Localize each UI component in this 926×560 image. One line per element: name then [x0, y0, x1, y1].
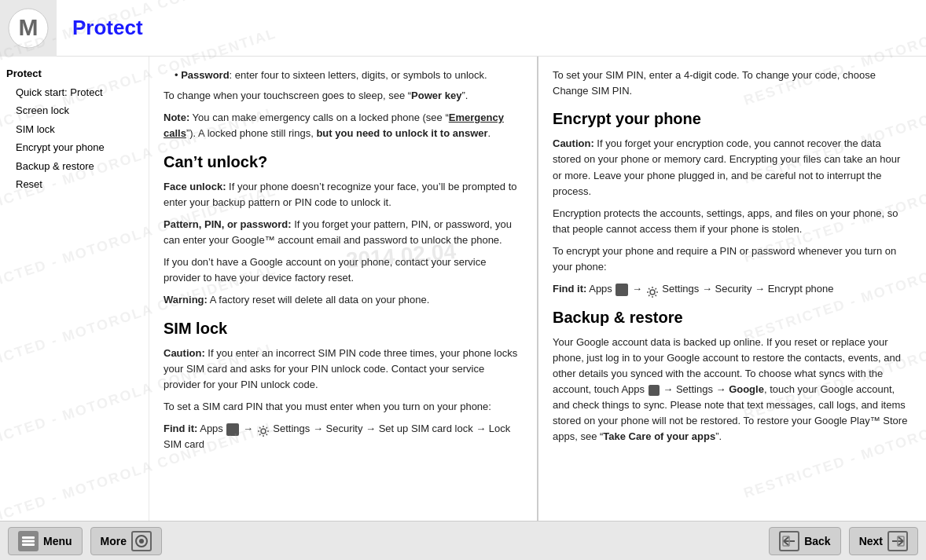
next-label: Next [859, 535, 883, 547]
note-paragraph: Note: You can make emergency calls on a … [164, 110, 523, 141]
page-title: Protect [57, 16, 143, 40]
encrypt-heading: Encrypt your phone [553, 107, 912, 131]
more-button[interactable]: More [90, 527, 162, 555]
back-label: Back [804, 535, 830, 547]
encrypt-find-label: Find it: [553, 283, 586, 295]
pattern-label: Pattern, PIN, or password: [164, 218, 292, 230]
next-button[interactable]: Next [849, 527, 918, 555]
main-layout: Protect Quick start: Protect Screen lock… [0, 57, 926, 521]
gear-icon-2 [646, 284, 659, 296]
sim-set-para: To set a SIM card PIN that you must ente… [164, 399, 523, 415]
no-google-para: If you don’t have a Google account on yo… [164, 254, 523, 286]
cant-unlock-heading: Can’t unlock? [164, 150, 523, 174]
change-note-text: To change when your touchscreen goes to … [164, 88, 523, 104]
motorola-logo-icon: M [8, 8, 49, 49]
left-content-panel: Password: enter four to sixteen letters,… [149, 57, 538, 521]
footer-left: Menu More [8, 527, 162, 555]
apps-icon [226, 423, 239, 436]
sim-find-para: Find it: Apps → Settings → Security → Se… [164, 421, 523, 452]
svg-rect-5 [22, 540, 35, 542]
password-text: : enter four to sixteen letters, digits,… [230, 69, 487, 81]
back-icon [779, 531, 799, 551]
back-button[interactable]: Back [769, 527, 840, 555]
password-label: Password [181, 69, 229, 81]
menu-button[interactable]: Menu [8, 527, 83, 555]
encrypt-find-para: Find it: Apps → Settings → Security → En… [553, 281, 912, 297]
sim-lock-heading: SIM lock [164, 317, 523, 341]
logo: M [0, 0, 57, 57]
svg-rect-4 [22, 536, 35, 539]
sim-caution-para: Caution: If you enter an incorrect SIM P… [164, 346, 523, 393]
sim-find-label: Find it: [164, 423, 197, 434]
encrypt-caution-para: Caution: If you forget your encryption c… [553, 136, 912, 199]
face-unlock-label: Face unlock: [164, 181, 226, 192]
note-label: Note: [164, 112, 189, 123]
menu-label: Menu [43, 535, 72, 547]
sidebar-item-protect[interactable]: Protect [3, 64, 149, 83]
backup-heading: Backup & restore [553, 306, 912, 330]
menu-icon [18, 531, 39, 551]
encrypt-protects-para: Encryption protects the accounts, settin… [553, 206, 912, 237]
svg-point-2 [261, 429, 266, 434]
sidebar-item-reset[interactable]: Reset [3, 175, 149, 194]
sidebar-item-quickstart[interactable]: Quick start: Protect [3, 83, 149, 102]
right-content-panel: To set your SIM PIN, enter a 4-digit cod… [538, 57, 926, 521]
encrypt-require-para: To encrypt your phone and require a PIN … [553, 243, 912, 275]
sidebar: Protect Quick start: Protect Screen lock… [0, 57, 149, 521]
svg-point-3 [650, 290, 655, 295]
footer: Menu More Back Next [0, 521, 926, 560]
svg-rect-6 [22, 544, 35, 546]
next-icon [887, 531, 908, 551]
sidebar-item-encrypt[interactable]: Encrypt your phone [3, 138, 149, 157]
more-icon [131, 531, 152, 551]
sidebar-item-simlock[interactable]: SIM lock [3, 120, 149, 139]
face-unlock-para: Face unlock: If your phone doesn’t recog… [164, 179, 523, 210]
apps-icon-3 [649, 385, 660, 396]
sidebar-item-backup[interactable]: Backup & restore [3, 157, 149, 176]
sim-caution-label: Caution: [164, 347, 205, 359]
footer-right: Back Next [769, 527, 918, 555]
sim-pin-text: To set your SIM PIN, enter a 4-digit cod… [553, 68, 912, 99]
warning-label: Warning: [164, 294, 208, 306]
pattern-para: Pattern, PIN, or password: If you forget… [164, 217, 523, 248]
backup-text: Your Google account data is backed up on… [553, 335, 912, 445]
encrypt-caution-label: Caution: [553, 137, 594, 149]
header: M Protect [0, 0, 926, 57]
gear-icon [257, 423, 270, 436]
svg-point-8 [139, 539, 144, 544]
content-area: Password: enter four to sixteen letters,… [149, 57, 926, 521]
password-bullet: Password: enter four to sixteen letters,… [175, 68, 523, 83]
svg-text:M: M [19, 14, 39, 40]
sidebar-item-screenlock[interactable]: Screen lock [3, 101, 149, 120]
more-label: More [101, 535, 127, 547]
warning-para: Warning: A factory reset will delete all… [164, 292, 523, 308]
apps-icon-2 [615, 284, 628, 296]
